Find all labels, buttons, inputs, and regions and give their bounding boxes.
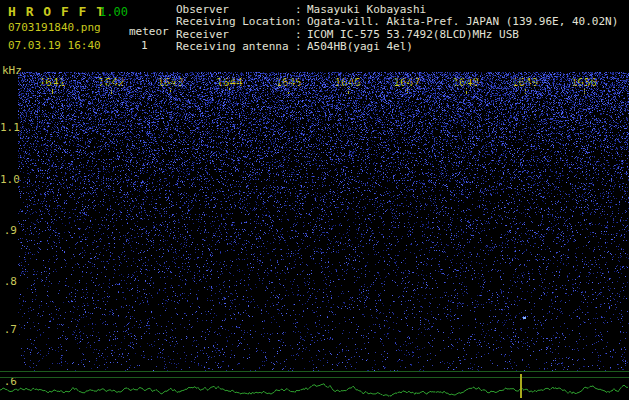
freq-tick-label: .7 xyxy=(0,323,17,336)
freq-tick-label: .9 xyxy=(0,224,17,237)
info-separator: : xyxy=(295,16,307,28)
freq-tick-label: 1.1 xyxy=(0,121,17,134)
app-version: 1.00 xyxy=(99,5,128,19)
reference-line-upper xyxy=(0,371,629,372)
info-value: Ogata-vill. Akita-Pref. JAPAN (139.96E, … xyxy=(307,16,618,28)
timestamp: 07.03.19 16:40 xyxy=(8,39,101,52)
meteor-counter: 1 xyxy=(141,39,148,52)
output-filename: 0703191840.png xyxy=(8,21,101,34)
freq-tick-label: 1.0 xyxy=(0,173,17,186)
info-row: Receiving antenna:A504HB(yagi 4el) xyxy=(176,41,618,53)
info-label: Receiving antenna xyxy=(176,41,295,53)
info-value: A504HB(yagi 4el) xyxy=(307,41,413,53)
observer-info-block: Observer:Masayuki KobayashiReceiving Loc… xyxy=(176,4,618,54)
hrofft-screen: H R O F F T 1.00 0703191840.png meteor 0… xyxy=(0,0,629,400)
app-title: H R O F F T xyxy=(8,4,105,19)
yellow-time-marker xyxy=(520,374,522,398)
info-separator: : xyxy=(295,41,307,53)
freq-tick-label: .8 xyxy=(0,275,17,288)
signal-level-trace xyxy=(0,378,629,400)
info-label: Receiving Location xyxy=(176,16,295,28)
spectrogram-canvas xyxy=(18,72,629,371)
info-row: Receiving Location:Ogata-vill. Akita-Pre… xyxy=(176,16,618,28)
mode-label: meteor xyxy=(129,25,169,38)
